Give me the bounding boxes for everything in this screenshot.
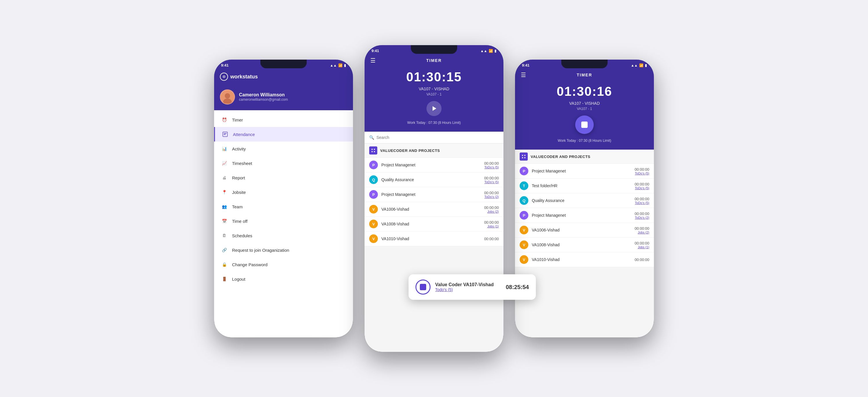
group-header-2: VALUECODER AND PROJECTS bbox=[365, 144, 503, 158]
menu-item-timer[interactable]: ⏰ Timer bbox=[214, 113, 353, 127]
proj-time-3-2: 00:00:00 bbox=[634, 182, 649, 186]
menu-item-jobsite[interactable]: 📍 Jobsite bbox=[214, 185, 353, 200]
menu-item-timesheet[interactable]: 📈 Timesheet bbox=[214, 156, 353, 171]
proj-letter-3-3: Q bbox=[520, 196, 528, 205]
proj-jobs-3-5[interactable]: Jobs (2) bbox=[634, 231, 649, 234]
proj-todos-3-3[interactable]: ToDo's (5) bbox=[634, 201, 649, 205]
project-row-2-3[interactable]: P Project Managenet 00:00:00 ToDo's (2) bbox=[365, 187, 503, 202]
project-row-2-2[interactable]: Q Quality Assurance 00:00:00 ToDo's (5) bbox=[365, 173, 503, 187]
attendance-icon bbox=[222, 131, 228, 138]
app-logo: ⊙ workstatus bbox=[220, 73, 258, 81]
group-icon-3 bbox=[520, 152, 528, 161]
time-3: 9:41 bbox=[522, 63, 529, 67]
project-row-2-6[interactable]: V VA1010-Vishad 00:00:00 bbox=[365, 232, 503, 246]
proj-jobs-3-6[interactable]: Jobs (1) bbox=[634, 245, 649, 249]
activity-icon: 📊 bbox=[221, 146, 227, 152]
proj-name-3-7: VA1010-Vishad bbox=[532, 257, 631, 262]
proj-letter-2-6: V bbox=[369, 234, 378, 243]
proj-name-2-1: Project Managenet bbox=[381, 163, 480, 167]
group-icon-2 bbox=[369, 146, 377, 154]
proj-jobs-2-4[interactable]: Jobs (2) bbox=[484, 210, 499, 213]
phone-3-wrapper: 9:41 ▲▲ 📶 ▮ ☰ TIMER 01:30:16 bbox=[515, 60, 654, 337]
proj-todos-3-1[interactable]: ToDo's (5) bbox=[634, 172, 649, 175]
popup-icon-inner bbox=[420, 284, 426, 290]
proj-todos-3-4[interactable]: ToDo's (2) bbox=[634, 216, 649, 219]
project-row-3-2[interactable]: T Test folder/HR 00:00:00 ToDo's (5) bbox=[515, 179, 654, 193]
notch-2 bbox=[411, 45, 457, 54]
phones-row: 9:41 ▲▲ 📶 ▮ ⊙ workstatus bbox=[214, 45, 654, 352]
menu-label-timeoff: Time off bbox=[232, 219, 247, 224]
user-info: Cameron Williamson cameronwilliamson@gma… bbox=[239, 92, 288, 101]
proj-letter-3-2: T bbox=[520, 181, 528, 190]
project-row-2-4[interactable]: V VA1006-Vishad 00:00:00 Jobs (2) bbox=[365, 202, 503, 217]
project-row-2-5[interactable]: V VA1008-Vishad 00:00:00 Jobs (1) bbox=[365, 217, 503, 232]
search-bar-2: 🔍 bbox=[365, 132, 503, 144]
proj-jobs-2-5[interactable]: Jobs (1) bbox=[484, 224, 499, 228]
menu-label-team: Team bbox=[232, 204, 243, 209]
project-row-3-3[interactable]: Q Quality Assurance 00:00:00 ToDo's (5) bbox=[515, 193, 654, 208]
proj-time-col-3-2: 00:00:00 ToDo's (5) bbox=[634, 182, 649, 190]
header-row-2: ☰ TIMER bbox=[370, 57, 498, 67]
play-button-2[interactable] bbox=[427, 101, 441, 116]
phone-1-inner: 9:41 ▲▲ 📶 ▮ ⊙ workstatus bbox=[214, 60, 353, 337]
logo-icon: ⊙ bbox=[220, 73, 228, 81]
menu-item-team[interactable]: 👥 Team bbox=[214, 200, 353, 214]
proj-time-col-3-1: 00:00:00 ToDo's (5) bbox=[634, 167, 649, 175]
menu-label-timer: Timer bbox=[232, 118, 243, 122]
menu-item-request[interactable]: 🔗 Request to join Oraganization bbox=[214, 243, 353, 257]
timesheet-icon: 📈 bbox=[221, 160, 227, 166]
proj-time-3-5: 00:00:00 bbox=[634, 226, 649, 231]
proj-todos-2-1[interactable]: ToDo's (5) bbox=[484, 165, 499, 169]
project-row-3-1[interactable]: P Project Managenet 00:00:00 ToDo's (5) bbox=[515, 164, 654, 179]
signal-icon: ▲▲ bbox=[330, 63, 337, 67]
signal-3: ▲▲ bbox=[631, 63, 638, 67]
menu-item-schedules[interactable]: 🗓 Schedules bbox=[214, 228, 353, 243]
proj-todos-2-3[interactable]: ToDo's (2) bbox=[484, 195, 499, 198]
timer-title-3: TIMER bbox=[577, 73, 592, 77]
svg-marker-6 bbox=[433, 106, 436, 111]
menu-item-attendance[interactable]: Attendance bbox=[214, 127, 353, 142]
proj-todos-2-2[interactable]: ToDo's (5) bbox=[484, 180, 499, 184]
proj-time-2-1: 00:00:00 bbox=[484, 161, 499, 165]
menu-item-logout[interactable]: 🚪 Logout bbox=[214, 272, 353, 286]
menu-label-attendance: Attendance bbox=[233, 132, 255, 137]
popup-todos[interactable]: Todo's (5) bbox=[435, 287, 501, 292]
proj-name-3-4: Project Managenet bbox=[532, 213, 631, 218]
work-today-3: Work Today : 07:30 (8 Hours Limit) bbox=[521, 139, 648, 143]
report-icon: 🖨 bbox=[221, 175, 227, 181]
proj-letter-3-1: P bbox=[520, 167, 528, 175]
project-row-3-6[interactable]: V VA1008-Vishad 00:00:00 Jobs (1) bbox=[515, 238, 654, 252]
project-row-2-1[interactable]: P Project Managenet 00:00:00 ToDo's (5) bbox=[365, 158, 503, 173]
search-input-2[interactable] bbox=[376, 135, 499, 140]
stop-button-3[interactable] bbox=[575, 116, 594, 134]
wifi-3: 📶 bbox=[639, 63, 644, 67]
menu-item-timeoff[interactable]: 📅 Time off bbox=[214, 214, 353, 228]
proj-time-col-2-2: 00:00:00 ToDo's (5) bbox=[484, 176, 499, 184]
schedules-icon: 🗓 bbox=[221, 232, 227, 239]
proj-letter-3-7: V bbox=[520, 255, 528, 264]
proj-todos-3-2[interactable]: ToDo's (5) bbox=[634, 186, 649, 190]
project-row-3-7[interactable]: V VA1010-Vishad 00:00:00 bbox=[515, 252, 654, 267]
hamburger-icon-2[interactable]: ☰ bbox=[370, 57, 376, 64]
app-name: workstatus bbox=[230, 74, 258, 80]
project-row-3-5[interactable]: V VA1006-Vishad 00:00:00 Jobs (2) bbox=[515, 223, 654, 238]
proj-time-2-6: 00:00:00 bbox=[484, 237, 499, 241]
menu-item-password[interactable]: 🔒 Change Password bbox=[214, 257, 353, 272]
proj-letter-3-5: V bbox=[520, 226, 528, 234]
proj-name-2-5: VA1008-Vishad bbox=[381, 222, 480, 226]
proj-time-col-3-5: 00:00:00 Jobs (2) bbox=[634, 226, 649, 234]
svg-rect-5 bbox=[224, 134, 226, 135]
popup-info: Value Coder VA107-Vishad Todo's (5) bbox=[435, 282, 501, 292]
proj-time-2-3: 00:00:00 bbox=[484, 191, 499, 195]
hamburger-icon-3[interactable]: ☰ bbox=[521, 71, 526, 79]
project-row-3-4[interactable]: P Project Managenet 00:00:00 ToDo's (2) bbox=[515, 208, 654, 223]
menu-item-activity[interactable]: 📊 Activity bbox=[214, 142, 353, 156]
proj-time-3-1: 00:00:00 bbox=[634, 167, 649, 172]
proj-time-col-2-4: 00:00:00 Jobs (2) bbox=[484, 206, 499, 213]
status-icons-2: ▲▲ 📶 ▮ bbox=[480, 49, 496, 53]
menu-item-report[interactable]: 🖨 Report bbox=[214, 171, 353, 185]
time-2: 9:41 bbox=[372, 49, 379, 53]
proj-name-3-2: Test folder/HR bbox=[532, 183, 631, 188]
proj-time-3-7: 00:00:00 bbox=[634, 257, 649, 262]
svg-point-14 bbox=[524, 157, 525, 158]
